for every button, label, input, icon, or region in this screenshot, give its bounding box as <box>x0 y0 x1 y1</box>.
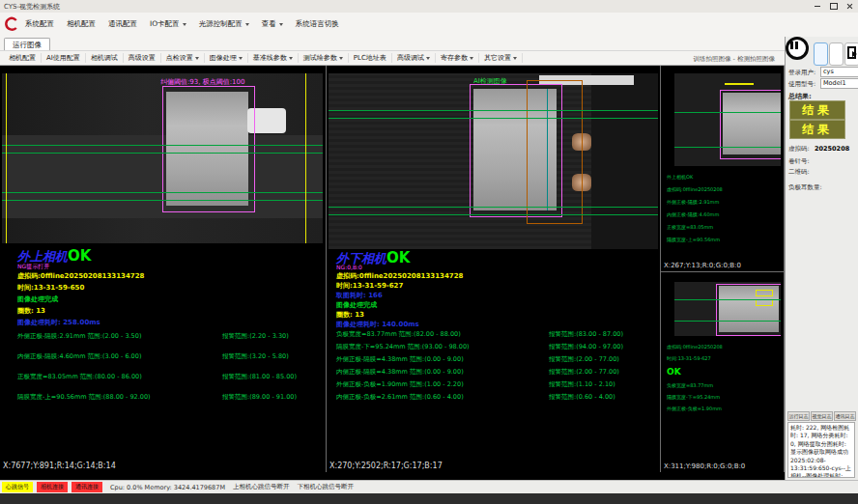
tab-strip: 运行图像 <box>0 37 858 50</box>
edge-marker-line <box>305 73 306 243</box>
exit-button[interactable] <box>844 42 858 66</box>
measure-line <box>329 118 658 119</box>
menu-language-switch[interactable]: 系统语言切换 <box>296 19 339 29</box>
lower-thumbnail-image[interactable] <box>674 282 781 336</box>
log-tab-comm[interactable]: 通讯日志 <box>834 411 856 421</box>
menu-io-config[interactable]: IO卡配置 <box>150 19 186 29</box>
tool-label: 图像处理 <box>210 53 237 63</box>
proc-time-line: 图像处理耗时: 258.00ms <box>17 318 100 327</box>
tool-label: 高级调试 <box>397 53 424 63</box>
menu-system-config[interactable]: 系统配置 <box>25 19 54 29</box>
tab-run-image[interactable]: 运行图像 <box>4 38 50 51</box>
turns-line: 圈数: 13 <box>336 310 364 320</box>
tool-label: 基准线参数 <box>253 53 287 63</box>
measurement-text: 外侧正极-隔膜:2.91mm 范围:(2.00 - 3.50) <box>17 332 141 341</box>
log-tab-vision[interactable]: 视觉日志 <box>811 411 833 421</box>
result-display-1: 结果 <box>789 100 845 120</box>
window-title: CYS-视觉检测系统 <box>0 2 809 12</box>
close-button[interactable] <box>842 1 858 12</box>
mini-log-line: 虚拟码:0ffline20250208 <box>667 344 723 350</box>
measurement-text: 内侧正极-隔膜:4.60mm 范围:(3.00 - 6.00) <box>17 352 141 361</box>
tool-label: PLC地址表 <box>354 53 386 63</box>
minimize-button[interactable] <box>809 1 825 12</box>
ng-hint: NG:0,B:0 <box>336 264 362 270</box>
tool-advanced-debug[interactable]: 高级调试 <box>392 53 436 63</box>
menu-camera-config[interactable]: 相机配置 <box>67 19 96 29</box>
lower-thumbnail-panel: 虚拟码:0ffline20250208 时间:13-31-59-627 OK 负… <box>661 272 785 472</box>
measure-line <box>329 110 658 111</box>
mini-log-line: 正极宽度=83.05mm <box>667 224 713 230</box>
measure-line <box>2 145 323 146</box>
measure-line <box>2 192 323 193</box>
model-field[interactable]: Model1 <box>820 78 858 89</box>
alarm-range-text: 报警范围:(1.10 - 2.10) <box>549 380 615 389</box>
tool-camera-debug[interactable]: 相机调试 <box>86 53 124 63</box>
log-text-area[interactable]: 耗时: 222, 网络检图耗时: 17, 网络分类耗时: 0, 网络提取分图耗时… <box>787 422 855 478</box>
menu-label: 查看 <box>262 19 276 29</box>
tool-ai-config[interactable]: AI使用配置 <box>42 53 86 63</box>
menu-bar: 系统配置 相机配置 通讯配置 IO卡配置 光源控制配置 查看 系统语言切换 <box>0 13 858 38</box>
tool-advanced-settings[interactable]: 高级设置 <box>124 53 161 63</box>
virtual-code-label: 虚拟码: <box>788 145 810 154</box>
mini-log-line: 隔膜宽度-上=90.56mm <box>667 237 720 242</box>
tool-label: 点检设置 <box>166 53 193 63</box>
mini-log-line: 隔膜宽度-下=95.24mm <box>667 394 720 400</box>
ng-hint: NG提示打开 <box>17 263 49 271</box>
tool-image-processing[interactable]: 图像处理 <box>205 53 248 63</box>
upper-thumbnail-image[interactable] <box>674 73 781 166</box>
time-line: 时间:13-31-59-650 <box>17 283 84 293</box>
log-tab-run[interactable]: 运行日志 <box>787 411 810 421</box>
tool-label: 其它设置 <box>484 53 511 63</box>
menu-view[interactable]: 查看 <box>262 19 283 29</box>
status-bar: 心跳信号 相机连接 通讯连接 Cpu: 0.0% Memory: 3424.41… <box>0 480 858 493</box>
measurement-text: 内侧正极-隔膜=4.38mm 范围:(0.00 - 9.00) <box>336 368 464 377</box>
ai-roi-rect <box>527 80 583 224</box>
mini-log-line: 内侧正极-隔膜:4.60mm <box>667 211 719 217</box>
dropdown-arrow-icon <box>513 57 517 60</box>
menu-light-config[interactable]: 光源控制配置 <box>199 19 249 29</box>
tool-register-params[interactable]: 寄存参数 <box>436 53 479 63</box>
heartbeat-badge: 心跳信号 <box>2 482 33 492</box>
measure-line <box>674 112 781 113</box>
app-logo-icon <box>4 16 19 32</box>
pixel-coords-readout: X:267;Y:13;R:0;G:0;B:0 <box>664 262 741 269</box>
threshold-overlay-text: 纠偏阈值:93, 极点阈值:100 <box>160 77 244 87</box>
pause-icon <box>795 42 798 49</box>
tool-other-settings[interactable]: 其它设置 <box>479 53 523 63</box>
title-bar: CYS-视觉检测系统 <box>0 0 858 14</box>
user-manage-button[interactable] <box>829 42 844 66</box>
exit-arrow-icon <box>852 51 857 57</box>
alarm-range-text: 报警范围:(89.00 - 91.00) <box>222 393 297 402</box>
menu-comm-config[interactable]: 通讯配置 <box>108 19 137 29</box>
maximize-button[interactable] <box>825 1 842 12</box>
mini-log-line: 虚拟码:0ffline20250208 <box>667 186 723 192</box>
camera-name: 外上相机 <box>17 249 68 264</box>
tool-label: 相机调试 <box>91 53 118 63</box>
tool-plc-address[interactable]: PLC地址表 <box>349 53 392 63</box>
tool-test-params[interactable]: 测试绘参数 <box>299 53 349 63</box>
upper-camera-heartbeat-text: 上相机心跳信号断开 <box>233 483 290 491</box>
dropdown-arrow-icon <box>289 57 293 60</box>
tool-spot-check[interactable]: 点检设置 <box>161 53 205 63</box>
pixel-coords-readout: X:311;Y:980;R:0;G:0;B:0 <box>664 462 745 470</box>
lower-camera-image[interactable]: AI检测图像 <box>329 73 658 249</box>
grab-time-line: 取图耗时: 166 <box>336 291 383 300</box>
dropdown-arrow-icon <box>245 23 249 26</box>
tool-baseline-params[interactable]: 基准线参数 <box>248 53 299 63</box>
menu-label: 光源控制配置 <box>199 19 243 29</box>
upper-camera-image[interactable]: 纠偏阈值:93, 极点阈值:100 <box>2 73 323 243</box>
upper-thumbnail-panel: 外上相机OK 虚拟码:0ffline20250208 外侧正极-隔膜:2.91m… <box>661 66 785 272</box>
neg-tab-count-label: 负极耳数量: <box>788 183 822 192</box>
tool-camera-config[interactable]: 相机配置 <box>4 53 42 63</box>
pause-button[interactable] <box>786 37 809 60</box>
login-user-field[interactable]: cys <box>820 67 858 77</box>
status-ok: OK <box>68 247 91 265</box>
login-user-button[interactable] <box>814 42 828 66</box>
measure-line <box>329 207 658 208</box>
right-sidebar: 登录用户: cys 使用型号: Model1 总结果: 结果 结果 虚拟码: 2… <box>785 37 858 480</box>
menu-label: 相机配置 <box>67 19 96 29</box>
measurement-text: 外侧正极-隔膜=4.38mm 范围:(0.00 - 9.00) <box>336 355 464 364</box>
close-icon <box>846 3 853 10</box>
virtual-code-line: 虚拟码:0ffline20250208133134728 <box>336 271 463 281</box>
measure-line <box>2 200 323 201</box>
